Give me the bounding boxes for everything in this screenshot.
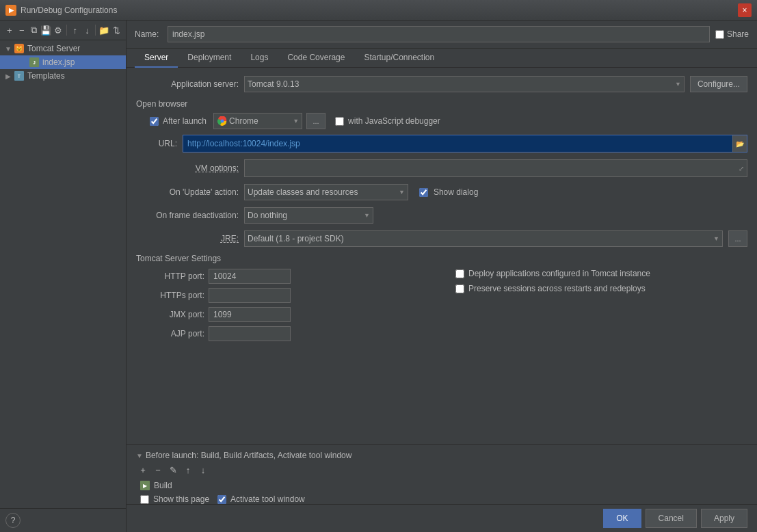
remove-config-button[interactable]: − xyxy=(16,23,27,37)
activate-tool-window-checkbox[interactable] xyxy=(217,495,226,504)
move-up-button[interactable]: ↑ xyxy=(70,23,81,37)
preserve-sessions-label: Preserve sessions across restarts and re… xyxy=(468,284,646,293)
tree-arrow-tomcat: ▼ xyxy=(4,44,12,53)
edit-defaults-button[interactable]: ⚙ xyxy=(53,23,64,37)
vm-options-input[interactable] xyxy=(245,160,736,176)
js-debugger-checkbox[interactable] xyxy=(335,117,344,126)
move-down-button[interactable]: ↓ xyxy=(82,23,93,37)
close-button[interactable]: × xyxy=(738,3,752,17)
tab-code-coverage[interactable]: Code Coverage xyxy=(278,49,354,68)
vm-expand-button[interactable]: ⤢ xyxy=(736,165,747,172)
js-debugger-label: with JavaScript debugger xyxy=(348,116,440,126)
before-launch-header: ▼ Before launch: Build, Build Artifacts,… xyxy=(136,451,747,460)
preserve-sessions-row: Preserve sessions across restarts and re… xyxy=(455,284,747,293)
url-browse-button[interactable]: 📂 xyxy=(732,135,747,152)
jre-combo[interactable]: Default (1.8 - project SDK) ▼ xyxy=(244,230,723,247)
jmx-port-row: JMX port: xyxy=(150,307,442,322)
save-config-button[interactable]: 💾 xyxy=(40,23,51,37)
tree-node-tomcat-server[interactable]: ▼ 🐱 Tomcat Server xyxy=(0,42,126,55)
url-row: URL: 📂 xyxy=(150,135,747,152)
app-server-select[interactable]: Tomcat 9.0.13 xyxy=(245,79,672,89)
before-launch-edit-button[interactable]: ✎ xyxy=(166,463,180,477)
show-dialog-checkbox[interactable] xyxy=(419,188,428,197)
on-update-select[interactable]: Update classes and resources Hot swap cl… xyxy=(245,187,396,197)
add-config-button[interactable]: + xyxy=(4,23,15,37)
tab-logs[interactable]: Logs xyxy=(241,49,278,68)
name-input[interactable] xyxy=(168,26,710,42)
on-frame-deactivation-label: On frame deactivation: xyxy=(136,211,239,220)
tree-toolbar: + − ⧉ 💾 ⚙ ↑ ↓ 📁 ⇅ xyxy=(0,21,126,40)
app-server-combo[interactable]: Tomcat 9.0.13 ▼ xyxy=(244,76,685,92)
browser-combo[interactable]: Chrome Firefox ▼ xyxy=(213,113,302,129)
share-label: Share xyxy=(727,29,749,39)
show-this-page-checkbox[interactable] xyxy=(140,495,149,504)
on-frame-deactivation-select[interactable]: Do nothing Update classes and resources xyxy=(245,211,361,220)
before-launch-add-button[interactable]: + xyxy=(136,463,150,477)
templates-label: Templates xyxy=(27,71,65,81)
ports-left-col: HTTP port: HTTPs port: JMX port: AJP por… xyxy=(150,269,442,341)
url-input[interactable] xyxy=(183,135,732,152)
templates-icon: T xyxy=(14,70,25,81)
on-update-arrow-icon: ▼ xyxy=(396,189,408,196)
app-server-row: Application server: Tomcat 9.0.13 ▼ Conf… xyxy=(136,76,747,92)
before-launch-options: Show this page Activate tool window xyxy=(136,494,747,504)
help-button[interactable]: ? xyxy=(5,513,21,528)
activate-tool-window-label: Activate tool window xyxy=(230,494,305,504)
jmx-port-label: JMX port: xyxy=(150,310,204,319)
share-area: Share xyxy=(715,29,749,39)
configure-button[interactable]: Configure... xyxy=(690,76,747,92)
tab-deployment[interactable]: Deployment xyxy=(178,49,241,68)
http-port-input[interactable] xyxy=(209,269,291,284)
on-frame-deactivation-combo[interactable]: Do nothing Update classes and resources … xyxy=(244,207,373,224)
tree-node-templates[interactable]: ▶ T Templates xyxy=(0,69,126,83)
browser-ellipsis-button[interactable]: ... xyxy=(306,113,326,129)
tomcat-server-label: Tomcat Server xyxy=(27,44,80,53)
tab-server[interactable]: Server xyxy=(135,49,178,68)
ports-right-col: Deploy applications configured in Tomcat… xyxy=(455,269,747,341)
browser-select[interactable]: Chrome Firefox xyxy=(228,116,290,126)
tree-node-index-jsp[interactable]: ▶ J index.jsp xyxy=(0,55,126,69)
after-launch-row: After launch Chrome Firefox xyxy=(150,113,747,129)
tomcat-server-icon: 🐱 xyxy=(14,43,25,54)
before-launch-up-button[interactable]: ↑ xyxy=(181,463,195,477)
on-update-combo[interactable]: Update classes and resources Hot swap cl… xyxy=(244,184,408,200)
after-launch-checkbox[interactable] xyxy=(150,117,159,126)
jre-ellipsis-button[interactable]: ... xyxy=(728,230,747,247)
tab-startup-connection[interactable]: Startup/Connection xyxy=(354,49,444,68)
tomcat-settings-label: Tomcat Server Settings xyxy=(136,254,747,263)
preserve-sessions-checkbox[interactable] xyxy=(455,284,464,293)
name-label: Name: xyxy=(135,29,162,39)
share-checkbox[interactable] xyxy=(715,30,724,39)
cancel-button[interactable]: Cancel xyxy=(646,509,697,528)
title-bar: ▶ Run/Debug Configurations × xyxy=(0,0,757,21)
on-update-row: On 'Update' action: Update classes and r… xyxy=(136,184,747,200)
before-launch-down-button[interactable]: ↓ xyxy=(196,463,210,477)
jsp-file-icon: J xyxy=(29,57,40,68)
ajp-port-input[interactable] xyxy=(209,326,291,341)
build-icon: ▶ xyxy=(140,481,150,490)
jre-select[interactable]: Default (1.8 - project SDK) xyxy=(245,234,710,243)
app-server-arrow-icon: ▼ xyxy=(672,81,684,88)
sort-button[interactable]: ⇅ xyxy=(111,23,122,37)
show-dialog-label: Show dialog xyxy=(434,187,478,197)
vm-options-row: VM options: ⤢ xyxy=(136,159,747,177)
url-label: URL: xyxy=(150,139,177,148)
vm-input-wrap: ⤢ xyxy=(244,159,747,177)
apply-button[interactable]: Apply xyxy=(701,509,747,528)
before-launch-remove-button[interactable]: − xyxy=(151,463,165,477)
before-launch-collapse-arrow[interactable]: ▼ xyxy=(136,452,143,460)
on-frame-deactivation-arrow-icon: ▼ xyxy=(361,212,373,219)
build-item: ▶ Build xyxy=(136,479,747,492)
left-footer: ? xyxy=(0,508,126,532)
ok-button[interactable]: OK xyxy=(603,509,641,528)
copy-config-button[interactable]: ⧉ xyxy=(29,23,40,37)
config-tree: ▼ 🐱 Tomcat Server ▶ J index.jsp ▶ T xyxy=(0,40,126,508)
right-panel: Name: Share Server Deployment Logs Code … xyxy=(127,21,757,532)
open-browser-section-label: Open browser xyxy=(136,99,747,109)
deploy-apps-checkbox[interactable] xyxy=(455,269,464,278)
jmx-port-input[interactable] xyxy=(209,307,291,322)
https-port-input[interactable] xyxy=(209,288,291,303)
build-item-label: Build xyxy=(154,481,172,490)
folder-button[interactable]: 📁 xyxy=(98,23,109,37)
bottom-buttons: OK Cancel Apply xyxy=(603,509,747,528)
